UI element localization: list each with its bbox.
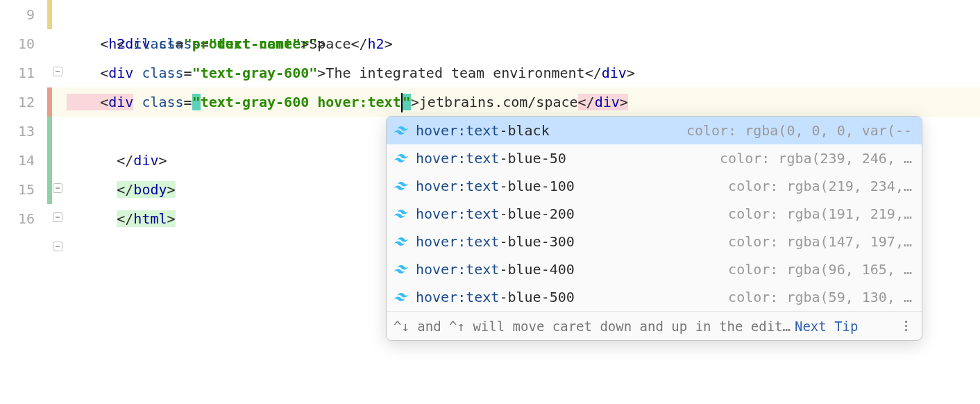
code-line[interactable]: <h2 class="product-name">Space</h2> (67, 29, 980, 58)
completion-info: color: rgba(191, 219,… (728, 205, 912, 222)
completion-info: color: rgba(59, 130, … (728, 289, 912, 305)
more-menu-icon[interactable] (899, 321, 912, 331)
line-number: 14 (0, 146, 35, 175)
footer-hint: ^↓ and ^↑ will move caret down and up in… (394, 319, 791, 334)
fold-icon[interactable] (53, 183, 62, 193)
line-gutter: 9 10 11 12 13 14 15 16 (0, 0, 47, 404)
completion-label: hover:text-black (416, 122, 550, 139)
completion-item[interactable]: hover:text-blue-500 color: rgba(59, 130,… (387, 283, 922, 311)
completion-info: color: rgba(219, 234,… (728, 178, 912, 194)
code-line[interactable]: <div class="text-gray-600">The integrate… (67, 58, 980, 87)
code-line-active[interactable]: <div class="text-gray-600 hover:text">je… (67, 87, 980, 117)
tailwind-icon (394, 234, 409, 249)
completion-info: color: rgba(96, 165, … (728, 261, 912, 278)
completion-label: hover:text-blue-400 (416, 261, 575, 278)
completion-item[interactable]: hover:text-blue-100 color: rgba(219, 234… (387, 172, 922, 200)
completion-info: color: rgba(147, 197,… (728, 233, 912, 250)
completion-info: color: rgba(239, 246, … (720, 150, 912, 167)
tailwind-icon (394, 151, 409, 166)
completion-info: color: rgba(0, 0, 0, var(-- (686, 122, 912, 139)
tailwind-icon (394, 289, 409, 305)
completion-item[interactable]: hover:text-blue-50 color: rgba(239, 246,… (387, 144, 922, 172)
tailwind-icon (394, 178, 409, 194)
fold-icon[interactable] (53, 125, 62, 135)
fold-icon[interactable] (53, 8, 62, 18)
line-number: 10 (0, 29, 35, 58)
popup-footer: ^↓ and ^↑ will move caret down and up in… (387, 311, 922, 340)
tailwind-icon (394, 123, 409, 138)
completion-label: hover:text-blue-200 (416, 205, 575, 222)
fold-icon[interactable] (53, 154, 62, 164)
completion-label: hover:text-blue-500 (416, 289, 575, 305)
completion-label: hover:text-blue-300 (416, 233, 575, 250)
line-number: 15 (0, 175, 35, 204)
next-tip-link[interactable]: Next Tip (795, 319, 859, 334)
tailwind-icon (394, 262, 409, 277)
completion-item[interactable]: hover:text-blue-200 color: rgba(191, 219… (387, 200, 922, 228)
completion-item[interactable]: hover:text-blue-400 color: rgba(96, 165,… (387, 255, 922, 283)
code-line[interactable]: <div class="text-center"> (67, 0, 980, 29)
completion-label: hover:text-blue-50 (416, 150, 566, 167)
line-number: 16 (0, 204, 35, 233)
completion-item[interactable]: hover:text-black color: rgba(0, 0, 0, va… (387, 117, 922, 144)
line-number: 9 (0, 0, 35, 29)
tailwind-icon (394, 206, 409, 221)
completion-item[interactable]: hover:text-blue-300 color: rgba(147, 197… (387, 228, 922, 255)
line-number: 12 (0, 87, 35, 117)
line-number: 13 (0, 117, 35, 146)
line-number: 11 (0, 58, 35, 87)
completion-popup[interactable]: hover:text-black color: rgba(0, 0, 0, va… (386, 116, 922, 341)
completion-label: hover:text-blue-100 (416, 178, 575, 194)
